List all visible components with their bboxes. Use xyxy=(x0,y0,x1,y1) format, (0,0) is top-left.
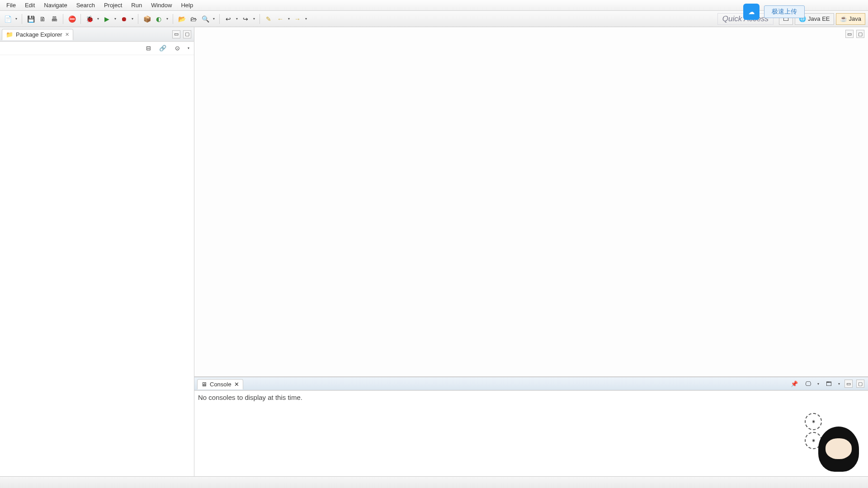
menu-run[interactable]: Run xyxy=(127,1,146,9)
perspective-label: Java EE xyxy=(808,15,830,22)
back-dropdown-icon[interactable]: ▾ xyxy=(287,17,291,21)
open-console-dropdown-icon[interactable]: ▾ xyxy=(837,382,841,386)
toolbar-separator xyxy=(63,14,63,24)
run-last-icon[interactable]: ⏺ xyxy=(119,14,129,24)
last-edit-icon[interactable]: ✎ xyxy=(264,14,274,24)
maximize-console-icon[interactable]: ▢ xyxy=(856,380,864,388)
annotation-next-dropdown-icon[interactable]: ▾ xyxy=(252,17,256,21)
run-last-dropdown-icon[interactable]: ▾ xyxy=(131,17,134,21)
print-icon[interactable]: 🖶 xyxy=(49,14,59,24)
menu-project[interactable]: Project xyxy=(99,1,127,9)
menu-window[interactable]: Window xyxy=(146,1,176,9)
menu-file[interactable]: File xyxy=(2,1,20,9)
forward-dropdown-icon[interactable]: ▾ xyxy=(304,17,308,21)
link-editor-icon[interactable]: 🔗 xyxy=(158,43,168,53)
toolbar-separator xyxy=(219,14,220,24)
console-tab[interactable]: 🖥 Console ✕ xyxy=(197,379,243,389)
menu-bar: File Edit Navigate Search Project Run Wi… xyxy=(0,0,868,11)
package-explorer-tab[interactable]: 📁 Package Explorer ✕ xyxy=(2,29,73,40)
run-icon[interactable]: ▶ xyxy=(102,14,112,24)
main-toolbar: 📄 ▾ 💾 🗎 🖶 ⛔ 🐞 ▾ ▶ ▾ ⏺ ▾ 📦 ◐ ▾ 📂 🗁 🔍 ▾ ↩ … xyxy=(0,11,868,27)
workbench: 📁 Package Explorer ✕ ▭ ▢ ⊟ 🔗 ⊙ ▾ ▭ ▢ xyxy=(0,27,868,476)
toolbar-separator xyxy=(22,14,22,24)
close-icon[interactable]: ✕ xyxy=(65,32,69,38)
save-all-icon[interactable]: 🗎 xyxy=(38,14,47,24)
console-tab-row: 🖥 Console ✕ 📌 🖵 ▾ 🗔 ▾ ▭ ▢ xyxy=(194,377,868,390)
toolbar-separator xyxy=(138,14,138,24)
editor-and-console: ▭ ▢ 🖥 Console ✕ 📌 🖵 ▾ 🗔 ▾ ▭ ▢ xyxy=(194,27,868,476)
annotation-next-icon[interactable]: ↪ xyxy=(241,14,250,24)
view-menu-dropdown-icon[interactable]: ▾ xyxy=(187,46,190,50)
search-dropdown-icon[interactable]: ▾ xyxy=(212,17,216,21)
perspective-label: Java xyxy=(849,15,861,22)
new-package-icon[interactable]: 📦 xyxy=(142,14,152,24)
menu-help[interactable]: Help xyxy=(176,1,198,9)
console-message: No consoles to display at this time. xyxy=(198,394,302,401)
package-explorer-toolbar: ⊟ 🔗 ⊙ ▾ xyxy=(0,42,194,55)
minimize-view-icon[interactable]: ▭ xyxy=(172,30,180,38)
back-icon[interactable]: ← xyxy=(275,14,285,24)
toolbar-separator xyxy=(173,14,173,24)
status-bar xyxy=(0,476,868,488)
forward-icon[interactable]: → xyxy=(292,14,302,24)
menu-navigate[interactable]: Navigate xyxy=(39,1,71,9)
gear-icon: ✷ xyxy=(805,432,822,449)
maximize-editor-icon[interactable]: ▢ xyxy=(856,30,864,38)
package-explorer-view: 📁 Package Explorer ✕ ▭ ▢ ⊟ 🔗 ⊙ ▾ xyxy=(0,27,194,476)
open-type-icon[interactable]: 📂 xyxy=(177,14,187,24)
save-icon[interactable]: 💾 xyxy=(26,14,36,24)
perspective-java-button[interactable]: ☕ Java xyxy=(836,13,865,25)
console-icon: 🖥 xyxy=(201,381,207,388)
new-class-dropdown-icon[interactable]: ▾ xyxy=(165,17,169,21)
minimize-console-icon[interactable]: ▭ xyxy=(844,380,853,388)
toolbar-separator xyxy=(80,14,81,24)
focus-task-icon[interactable]: ⊙ xyxy=(172,43,182,53)
menu-search[interactable]: Search xyxy=(72,1,99,9)
debug-icon[interactable]: 🐞 xyxy=(85,14,94,24)
close-icon[interactable]: ✕ xyxy=(234,381,239,388)
console-output: No consoles to display at this time. ✷ ✷ xyxy=(194,390,868,476)
sticker-overlay: ✷ ✷ xyxy=(805,413,859,476)
toolbar-separator xyxy=(259,14,260,24)
cloud-upload-icon[interactable]: ☁ xyxy=(743,4,760,20)
package-explorer-icon: 📁 xyxy=(6,31,13,38)
collapse-all-icon[interactable]: ⊟ xyxy=(143,43,153,53)
new-icon[interactable]: 📄 xyxy=(3,14,13,24)
view-title: Console xyxy=(210,381,231,388)
new-class-icon[interactable]: ◐ xyxy=(154,14,164,24)
debug-dropdown-icon[interactable]: ▾ xyxy=(96,17,100,21)
console-view: 🖥 Console ✕ 📌 🖵 ▾ 🗔 ▾ ▭ ▢ No consoles to… xyxy=(194,377,868,476)
java-icon: ☕ xyxy=(840,15,847,22)
view-tab-row: 📁 Package Explorer ✕ ▭ ▢ xyxy=(0,27,194,42)
gear-icon: ✷ xyxy=(805,413,822,430)
new-dropdown-icon[interactable]: ▾ xyxy=(14,17,18,21)
view-title: Package Explorer xyxy=(16,31,62,38)
open-task-icon[interactable]: 🗁 xyxy=(189,14,198,24)
upload-widget: ☁ 极速上传 xyxy=(743,4,805,20)
cartoon-face-icon xyxy=(818,427,859,472)
package-explorer-tree[interactable] xyxy=(0,55,194,476)
skip-breakpoints-icon[interactable]: ⛔ xyxy=(67,14,77,24)
pin-console-icon[interactable]: 📌 xyxy=(789,379,799,389)
annotation-prev-icon[interactable]: ↩ xyxy=(223,14,233,24)
display-selected-console-icon[interactable]: 🖵 xyxy=(803,379,813,389)
menu-edit[interactable]: Edit xyxy=(20,1,39,9)
editor-area[interactable]: ▭ ▢ xyxy=(194,27,868,377)
maximize-view-icon[interactable]: ▢ xyxy=(183,30,191,38)
display-console-dropdown-icon[interactable]: ▾ xyxy=(816,382,820,386)
open-console-icon[interactable]: 🗔 xyxy=(824,379,834,389)
run-dropdown-icon[interactable]: ▾ xyxy=(113,17,117,21)
annotation-prev-dropdown-icon[interactable]: ▾ xyxy=(235,17,239,21)
search-icon[interactable]: 🔍 xyxy=(200,14,210,24)
upload-button[interactable]: 极速上传 xyxy=(764,5,805,18)
minimize-editor-icon[interactable]: ▭ xyxy=(845,30,854,38)
